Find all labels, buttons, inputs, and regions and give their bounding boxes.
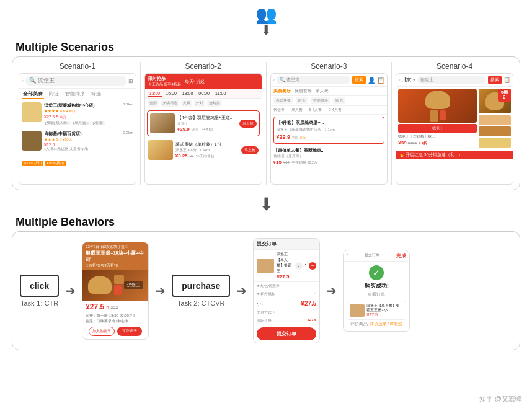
s2-prod-0-btn[interactable]: 马上抢	[239, 120, 257, 128]
bp2-item-price: ¥27.5	[277, 274, 293, 280]
s2-prod-0-name: 【4件套】双层脆鸡堡+王道...	[177, 115, 237, 121]
s3-prod-0-name: 【4件套】双层脆鸡堡+...	[277, 120, 382, 126]
bp3-item-img	[350, 304, 365, 317]
s3-cat-1[interactable]: 优惠套餐	[295, 88, 312, 94]
s2-promo-block: 限时抢杀 人工选品 低至4折起	[148, 76, 181, 87]
scenario-3-label: Scenario-3	[311, 62, 347, 71]
s2-time-0[interactable]: 13:00	[148, 91, 162, 97]
s3-sub-tab-1[interactable]: 附近	[296, 97, 308, 104]
s3-cat-2[interactable]: 单人餐	[316, 88, 329, 94]
s3-sub-tab-2[interactable]: 智能排序	[311, 97, 330, 104]
s2-time-2[interactable]: 18:00	[180, 91, 195, 97]
s1-item-0-name: 汉堡王(新菱城购物中心店)	[44, 102, 120, 108]
s3-icons: 👤 📋	[368, 77, 384, 84]
s3-tag-3[interactable]: 3-4人餐	[329, 108, 342, 112]
s1-search-bar[interactable]: 🔍 汉堡王	[25, 76, 126, 86]
bp1-img: 汉堡王	[82, 270, 148, 301]
bp3-item-card: 汉堡王【单人餐】银霸王王堡+小... ¥27.5	[347, 301, 406, 320]
s3-sub-tab-3[interactable]: 筛选	[333, 97, 345, 104]
arrow-down-big: ⬇	[259, 194, 273, 214]
s1-item-0-price: ¥27.5 5.4折	[44, 114, 120, 120]
s1-item-1[interactable]: 肯德基(中福百货店) ★★★ 3.8 ¥30人 ¥12.5 1人满31元优惠 儿…	[22, 131, 133, 154]
s2-filter-0[interactable]: 全部	[148, 100, 159, 107]
s3-search-icon: 🔍	[280, 77, 285, 82]
s4-orig-price: ¥46.5	[408, 141, 417, 145]
s4-big-img	[398, 89, 477, 123]
s4-search-button[interactable]: 搜索	[488, 76, 502, 84]
bp2-points-toggle[interactable]: ○	[314, 291, 317, 297]
s4-promo-badge: 6桶2	[498, 89, 511, 102]
s3-back-icon: ‹	[273, 77, 275, 83]
s3-search-bar[interactable]: 🔍 查巴克	[277, 76, 350, 84]
s4-drink-img	[440, 110, 446, 120]
bp2-header: 提交订单	[254, 239, 319, 250]
s2-time-1[interactable]: 16:00	[164, 91, 179, 97]
bp3-order-link[interactable]: 查看订单	[368, 291, 385, 298]
s3-product-0[interactable]: 【4件套】双层脆鸡堡+... 汉堡王（新菱城购物中心店）1.1km ¥29.9 …	[273, 117, 385, 144]
s2-prod-0-price: ¥29.9	[177, 126, 190, 132]
s2-filter-2[interactable]: 火锅	[181, 100, 192, 107]
s1-item-0-dist: 1.1km	[123, 102, 133, 106]
s2-time-3[interactable]: 00:00	[197, 91, 211, 97]
s2-time-4[interactable]: 11:00	[213, 91, 228, 97]
bp2-plus-btn[interactable]: +	[309, 262, 316, 270]
bp2-pay-method: 支付方式	[257, 310, 272, 316]
bp2-coupon-row: 支付方式 ○	[254, 309, 319, 317]
s1-tab-1[interactable]: 附近	[48, 90, 60, 99]
s1-item-1-info: 肯德基(中福百货店) ★★★ 3.8 ¥30人 ¥12.5 1人满31元优惠 儿…	[44, 131, 120, 151]
arrow-down-icon-top: ⬇	[260, 24, 272, 37]
s3-tag-1[interactable]: 单人餐	[291, 108, 303, 112]
s2-filter-3[interactable]: 炸鸡	[194, 100, 205, 107]
scenario-2-label: Scenario-2	[185, 62, 221, 71]
users-icon: 👥	[255, 6, 277, 24]
bp2-pay-toggle[interactable]: ○	[273, 310, 275, 316]
s1-item-0[interactable]: 汉堡王(新菱城购物中心店) ★★★★ 4.6 ¥30人 ¥27.5 5.4折 […	[22, 102, 133, 128]
s4-discount: 4.2折	[419, 141, 427, 145]
bp3-check-icon: ✓	[369, 265, 384, 280]
s4-search-bar[interactable]: 德克士	[417, 76, 486, 84]
bp2-submit-btn[interactable]: 提交订单	[257, 327, 316, 340]
s1-item-1-name: 肯德基(中福百货店)	[44, 131, 120, 137]
bp3-done-btn[interactable]: 完成	[396, 252, 406, 259]
s3-prod-0-tag: 6折	[300, 136, 306, 140]
bp2-minus-btn[interactable]: -	[295, 262, 303, 270]
s3-search-button[interactable]: 搜索	[352, 76, 366, 84]
bp2-points-label: ● 积分抵扣	[257, 291, 275, 297]
s3-prod-1-price-row: ¥15 ¥34 半年销量 36.2万	[273, 159, 385, 165]
purchase-action-box: purchase	[172, 275, 230, 297]
s4-location: 北京	[402, 77, 411, 83]
bp3-rating-label[interactable]: 评价商品	[350, 322, 368, 327]
s4-thumb-2	[479, 138, 511, 148]
bp1-buy-btn[interactable]: 立即购买	[117, 327, 142, 336]
s1-tab-0[interactable]: 全部美食	[22, 90, 44, 99]
s2-filter-4[interactable]: 烧烤类	[207, 100, 222, 107]
bp3-success-title: 购买成功!	[365, 282, 389, 290]
scenario-2-phone: 限时抢杀 人工选品 低至4折起 每天4折起 13:00 16:00 18:00 …	[144, 73, 262, 185]
s1-tab-3[interactable]: 筛选	[90, 90, 102, 99]
scenario-1-card: Scenario-1 ‹ 🔍 汉堡王 ⊞ 全部美食 附近 智能排序	[19, 62, 136, 185]
bp3-success-area: ✓ 购买成功! 查看订单 汉堡王【单人餐】银霸王王堡+小... ¥27.5	[344, 262, 409, 331]
s1-tab-2[interactable]: 智能排序	[64, 90, 86, 99]
s2-product-0[interactable]: 【4件套】双层脆鸡堡+王道... 汉堡王 ¥29.9 ¥50 | 已售50 马上…	[147, 110, 260, 136]
s3-sub-tab-0[interactable]: 西式快餐	[273, 97, 293, 104]
scenario-1-label: Scenario-1	[60, 62, 95, 71]
bp1-cart-btn[interactable]: 加入购物车	[89, 327, 115, 336]
bp1-date: 22年2日 日2次购块小篮 □	[86, 244, 128, 250]
s2-prod-1-btn[interactable]: 马上抢	[241, 146, 259, 154]
s2-product-1[interactable]: 薯式蛋挞（单粒装）1份 汉堡王 4.4分 · 1.4km ¥3.25 ¥5 10…	[147, 138, 260, 162]
s2-filters: 全部 火锅精选 火锅 炸鸡 烧烤类	[145, 99, 262, 108]
s2-filter-1[interactable]: 火锅精选	[161, 100, 179, 107]
bp1-drink	[114, 285, 122, 295]
s3-user-icon: 👤	[368, 77, 375, 84]
bp2-item-info: 汉堡王【单人餐】银霸王 ¥27.5	[277, 252, 293, 280]
bp3-header-title: 提交订单	[365, 252, 379, 259]
s3-tag-2[interactable]: 5-6人餐	[309, 108, 322, 112]
s3-tag-0[interactable]: 代金券	[273, 108, 285, 112]
bp1-burger	[88, 276, 112, 294]
s2-prod-1-shop: 汉堡王 4.4分 · 1.4km	[175, 148, 239, 153]
s4-burger-img	[425, 91, 450, 109]
bp1-delivery: 运费：每一般 18:30-22:00之间	[86, 313, 145, 319]
s3-cat-0[interactable]: 美食餐厅	[273, 88, 291, 94]
s3-product-1[interactable]: 【超值单人餐】香酥脆鸡... 肯德基（原开平） ¥15 ¥34 半年销量 36.…	[271, 146, 388, 167]
bp1-price-row: ¥27.5 5 ¥55	[82, 301, 148, 312]
